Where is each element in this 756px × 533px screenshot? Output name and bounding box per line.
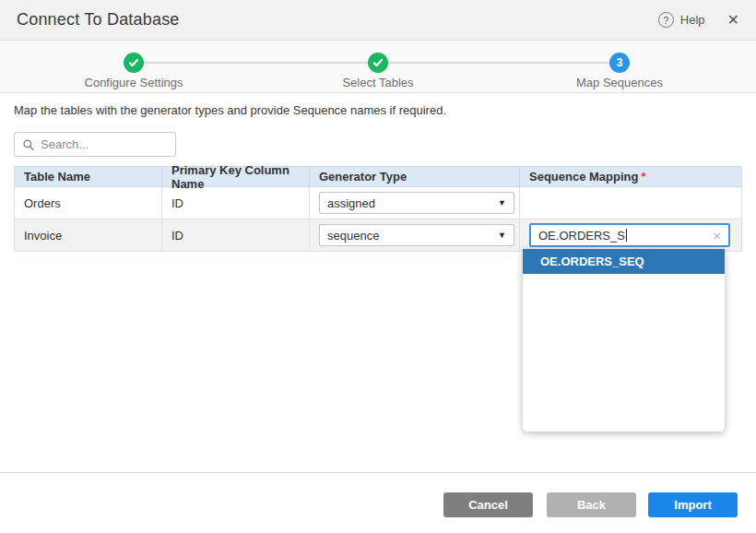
dropdown-arrow-icon: ▼ [498, 198, 506, 207]
generator-type-cell: sequence ▼ [310, 219, 520, 251]
primary-key-cell: ID [162, 219, 310, 251]
dialog-title: Connect To Database [17, 10, 180, 30]
wizard-stepper: Configure Settings Select Tables 3 Map S… [0, 41, 756, 93]
generator-type-select[interactable]: assigned ▼ [319, 192, 514, 214]
required-asterisk: * [641, 170, 645, 184]
step-3-label: Map Sequences [576, 76, 663, 89]
footer-divider [0, 472, 756, 473]
primary-key-cell: ID [162, 187, 310, 219]
step-1-complete-check-icon[interactable] [124, 53, 144, 73]
help-button[interactable]: ? Help [658, 12, 705, 28]
clear-input-icon[interactable]: × [713, 229, 721, 243]
cancel-button[interactable]: Cancel [443, 492, 533, 517]
column-header-sequence-mapping: Sequence Mapping* [520, 167, 741, 186]
help-question-icon: ? [658, 12, 674, 28]
text-caret [626, 229, 627, 242]
sequence-mapping-cell: OE.ORDERS_S × [520, 219, 741, 251]
step-connector-line [378, 62, 620, 64]
sequence-autocomplete-dropdown: OE.ORDERS_SEQ [523, 249, 725, 432]
step-connector-line [134, 62, 378, 64]
search-icon [22, 138, 35, 151]
table-row: Invoice ID sequence ▼ OE.ORDERS_S × [15, 219, 741, 252]
back-button[interactable]: Back [547, 492, 636, 517]
search-box [14, 132, 176, 157]
mapping-table: Table Name Primary Key Column Name Gener… [14, 166, 742, 252]
generator-type-cell: assigned ▼ [310, 187, 520, 219]
table-name-cell: Orders [15, 187, 162, 219]
sequence-mapping-cell [520, 187, 741, 219]
table-name-cell: Invoice [15, 219, 162, 251]
table-row: Orders ID assigned ▼ [15, 187, 741, 219]
close-icon[interactable]: ✕ [727, 13, 739, 28]
step-1-label: Configure Settings [85, 76, 183, 89]
step-2-complete-check-icon[interactable] [368, 53, 388, 73]
import-button[interactable]: Import [648, 492, 738, 517]
sequence-mapping-input[interactable]: OE.ORDERS_S × [529, 223, 730, 247]
column-header-generator-type: Generator Type [310, 167, 520, 186]
column-header-primary-key: Primary Key Column Name [162, 167, 310, 186]
column-header-table-name: Table Name [15, 167, 162, 186]
search-input[interactable] [41, 137, 168, 151]
step-2-label: Select Tables [342, 76, 413, 89]
dialog-titlebar: Connect To Database ? Help ✕ [0, 0, 756, 41]
step-3-current-badge[interactable]: 3 [609, 53, 630, 73]
instruction-text: Map the tables with the generator types … [14, 103, 446, 117]
autocomplete-option[interactable]: OE.ORDERS_SEQ [523, 249, 725, 274]
generator-type-select[interactable]: sequence ▼ [319, 224, 514, 246]
help-label: Help [680, 13, 705, 27]
connect-to-database-dialog: Connect To Database ? Help ✕ Configure S… [0, 0, 756, 533]
dropdown-arrow-icon: ▼ [498, 231, 506, 240]
table-header-row: Table Name Primary Key Column Name Gener… [15, 166, 741, 187]
